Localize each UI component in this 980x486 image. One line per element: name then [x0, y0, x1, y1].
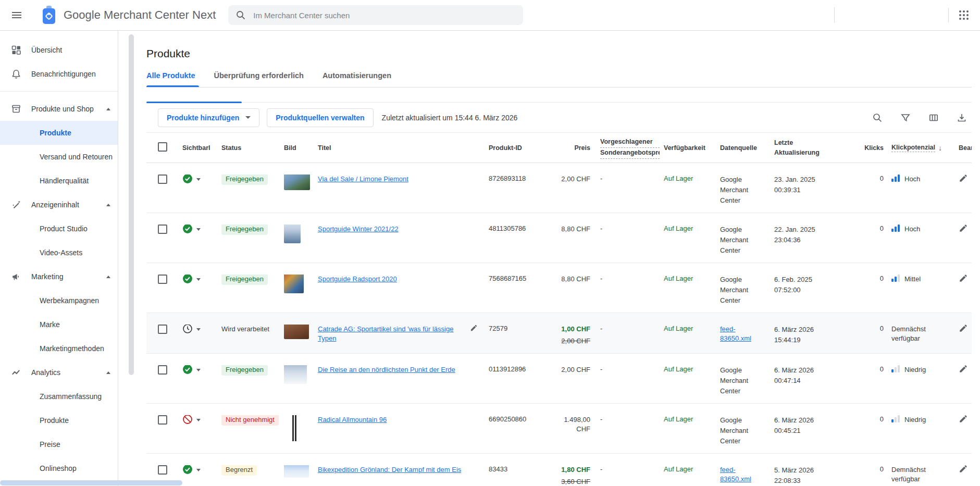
sidebar-item-analytics-produkte[interactable]: Produkte — [0, 408, 118, 432]
visibility-status-dropdown[interactable] — [182, 325, 219, 335]
edit-product-icon[interactable] — [959, 415, 968, 425]
clicks-count: 0 — [845, 275, 886, 282]
sidebar-item-label: Versand und Retouren — [40, 153, 113, 161]
filter-icon[interactable] — [899, 111, 912, 124]
horizontal-scrollbar[interactable] — [0, 480, 182, 485]
last-updated-cell: 23. Jan. 202500:39:31 — [769, 175, 845, 195]
click-potential-label: Niedrig — [904, 365, 926, 375]
row-checkbox[interactable] — [158, 325, 167, 334]
sidebar-item-produkte-und-shop[interactable]: Produkte und Shop — [0, 97, 118, 121]
sidebar-item-video-assets[interactable]: Video-Assets — [0, 241, 118, 265]
visibility-status-dropdown[interactable] — [182, 365, 219, 376]
updated-date: 6. Feb. 2025 — [774, 275, 845, 285]
menu-icon[interactable] — [5, 4, 28, 27]
edit-product-icon[interactable] — [959, 275, 968, 284]
approved-status-icon — [182, 175, 193, 185]
visibility-status-dropdown[interactable] — [182, 465, 219, 476]
visibility-status-dropdown[interactable] — [182, 415, 219, 426]
select-all-checkbox[interactable] — [158, 142, 167, 152]
visibility-status-dropdown[interactable] — [182, 175, 219, 185]
tab-automatisierungen[interactable]: Automatisierungen — [313, 65, 401, 87]
table-row: FreigegebenVia del Sale / Limone Piemont… — [146, 163, 972, 213]
sort-descending-icon[interactable]: ↓ — [938, 144, 942, 152]
sidebar-item-versand-und-retouren[interactable]: Versand und Retouren — [0, 145, 118, 169]
product-title-link[interactable]: Via del Sale / Limone Piemont — [318, 175, 408, 184]
sidebar-item-benachrichtigungen[interactable]: Benachrichtigungen — [0, 62, 118, 86]
suggested-sale-price: - — [593, 465, 660, 473]
data-source-link[interactable]: feed-83650.xml — [720, 466, 751, 483]
suggested-sale-price: - — [593, 225, 660, 232]
sidebar-item-anzeigeninhalt[interactable]: Anzeigeninhalt — [0, 193, 118, 217]
product-title-link[interactable]: Die Reise an den nördlichsten Punkt der … — [318, 365, 455, 375]
click-potential: Hoch — [891, 175, 951, 184]
visibility-status-dropdown[interactable] — [182, 225, 219, 235]
sidebar-item-marketing[interactable]: Marketing — [0, 265, 118, 289]
sidebar-item-product-studio[interactable]: Product Studio — [0, 217, 118, 241]
data-source-link[interactable]: feed-83650.xml — [720, 325, 751, 342]
columns-icon[interactable] — [927, 111, 940, 124]
global-search[interactable] — [228, 5, 523, 25]
collapse-caret-icon[interactable] — [106, 108, 110, 110]
row-checkbox[interactable] — [158, 175, 167, 184]
download-icon[interactable] — [956, 111, 968, 124]
vertical-scrollbar[interactable] — [129, 34, 134, 375]
sidebar-item-analytics[interactable]: Analytics — [0, 360, 118, 384]
visibility-status-dropdown[interactable] — [182, 275, 219, 285]
product-title-link[interactable]: Sportguide Radsport 2020 — [318, 275, 397, 284]
row-checkbox[interactable] — [158, 225, 167, 234]
product-title-link[interactable]: Bikexpedition Grönland: Der Kampf mit de… — [318, 465, 461, 475]
edit-product-icon[interactable] — [959, 325, 968, 334]
sidebar-item-marketingmethoden[interactable]: Marketingmethoden — [0, 337, 118, 360]
sidebar-item-marke[interactable]: Marke — [0, 313, 118, 337]
dropdown-caret-icon — [196, 328, 201, 331]
updated-time: 22:08:33 — [774, 476, 845, 486]
row-checkbox[interactable] — [158, 465, 167, 475]
tab-alle-produkte[interactable]: Alle Produkte — [146, 65, 204, 87]
search-input[interactable] — [252, 10, 516, 20]
row-checkbox[interactable] — [158, 275, 167, 284]
current-price: 1,80 CHF — [558, 465, 590, 475]
edit-product-icon[interactable] — [959, 175, 968, 184]
sidebar-item-produkte[interactable]: Produkte — [0, 121, 118, 145]
status-badge: Freigegeben — [221, 225, 268, 235]
product-title-link[interactable]: Catrade AG: Sportartikel sind 'was für l… — [318, 325, 465, 343]
apps-grid-icon[interactable] — [956, 7, 972, 23]
col-preis: Preis — [558, 144, 593, 152]
updated-time: 00:47:14 — [774, 376, 845, 386]
product-title-link[interactable]: Sportguide Winter 2021/22 — [318, 225, 399, 234]
sidebar-item-werbekampagnen[interactable]: Werbekampagnen — [0, 289, 118, 313]
updated-time: 00:39:31 — [774, 185, 845, 195]
table-header-row: Sichtbarl Status Bild Titel Produkt-ID P… — [146, 133, 972, 163]
col-letzte-aktualisierung: Letzte Aktualisierung — [769, 138, 845, 158]
sidebar-item-haendlerqualitaet[interactable]: Händlerqualität — [0, 169, 118, 193]
panel-indicator — [146, 102, 972, 103]
row-checkbox[interactable] — [158, 365, 167, 375]
add-products-button[interactable]: Produkte hinzufügen — [158, 108, 259, 127]
edit-title-icon[interactable] — [470, 325, 478, 333]
click-potential-label: Demnächst verfügbar — [891, 465, 951, 484]
edit-product-icon[interactable] — [959, 365, 968, 375]
sidebar-item-label: Übersicht — [31, 46, 62, 54]
sidebar-item-label: Produkte — [40, 416, 69, 425]
click-potential-bars-icon — [891, 365, 900, 372]
table-toolbar: Produkte hinzufügen Produktquellen verwa… — [146, 103, 972, 133]
dropdown-caret-icon — [196, 369, 201, 371]
availability-status: Auf Lager — [664, 325, 693, 332]
tab-ueberpruefung-erforderlich[interactable]: Überprüfung erforderlich — [204, 65, 313, 87]
edit-product-icon[interactable] — [959, 225, 968, 234]
row-checkbox[interactable] — [158, 415, 167, 425]
product-title-link[interactable]: Radical Allmountain 96 — [318, 415, 387, 425]
sidebar-item-onlineshop[interactable]: Onlineshop — [0, 456, 118, 480]
collapse-caret-icon[interactable] — [106, 371, 110, 374]
sidebar-item-uebersicht[interactable]: Übersicht — [0, 38, 118, 62]
edit-product-icon[interactable] — [959, 465, 968, 475]
collapse-caret-icon[interactable] — [106, 204, 110, 206]
sidebar-item-preise[interactable]: Preise — [0, 432, 118, 456]
manage-product-sources-button[interactable]: Produktquellen verwalten — [267, 108, 373, 127]
collapse-caret-icon[interactable] — [106, 276, 110, 278]
current-price: 2,00 CHF — [558, 365, 590, 375]
product-id: 6690250860 — [485, 415, 558, 423]
availability-status: Auf Lager — [664, 365, 693, 373]
sidebar-item-zusammenfassung[interactable]: Zusammenfassung — [0, 384, 118, 408]
search-table-icon[interactable] — [871, 111, 884, 124]
